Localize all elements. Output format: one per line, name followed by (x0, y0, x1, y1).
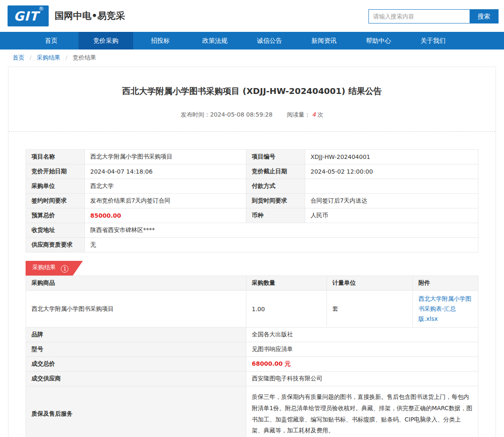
attachment-link[interactable]: 西北大学附属小学图书采购表-汇总版.xlsx (418, 294, 473, 324)
info-label: 采购单位 (26, 179, 85, 194)
views-unit: 次 (317, 111, 323, 118)
article-meta: 发布时间：2024-05-08 08:59:28阅读量：4次 (26, 111, 478, 119)
breadcrumb-home[interactable]: 首页 (13, 54, 24, 61)
registered-trademark-icon: ® (39, 5, 44, 12)
detail-value: 见图书响应清单 (246, 342, 478, 357)
info-value: 陕西省西安市碑林区**** (85, 223, 478, 238)
purchase-result-table: 采购商品 采购数量 计量单位 附件 西北大学附属小学图书采购项目 1.00 套 … (26, 276, 478, 437)
info-value: 西北大学附属小学图书采购项目 (85, 150, 246, 164)
nav-item-policy[interactable]: 政策法规 (188, 32, 242, 49)
info-label: 到货时间要求 (246, 194, 305, 208)
site-logo[interactable]: GIT® (8, 5, 49, 26)
info-value: 2024-04-07 14:18:06 (85, 164, 246, 179)
info-value: 西北大学 (85, 179, 246, 194)
table-row: 签约时间要求 发布竞价结果后7天内签订合同 到货时间要求 合同签订后7天内送达 (26, 194, 478, 208)
column-header: 计量单位 (327, 276, 413, 291)
table-row: 预算总价 85000.00 币种 人民币 (26, 208, 478, 223)
top-header: GIT® 国网中电•易竞采 搜索 (0, 0, 504, 32)
views-count: 4 (312, 111, 316, 118)
info-label: 收货地址 (26, 223, 85, 238)
breadcrumb: 首页 / 采购结果 / 竞价结果 (0, 49, 504, 67)
info-value: 发布竞价结果后7天内签订合同 (85, 194, 246, 208)
product-name: 西北大学附属小学图书采购项目 (26, 291, 246, 328)
tab-purchase-result[interactable]: 采购结果 1 (26, 261, 83, 276)
site-title: 国网中电•易竞采 (55, 10, 125, 22)
views-label: 阅读量： (287, 111, 310, 118)
publish-time-label: 发布时间： (181, 111, 210, 118)
budget-total-value: 85000.00 (85, 208, 246, 223)
info-label: 签约时间要求 (26, 194, 85, 208)
info-value: 无 (85, 238, 478, 252)
publish-time-value: 2024-05-08 08:59:28 (210, 111, 273, 118)
nav-item-home[interactable]: 首页 (24, 32, 78, 49)
info-value: 合同签订后7天内送达 (305, 194, 478, 208)
breadcrumb-current: 竞价结果 (73, 54, 96, 61)
product-quantity: 1.00 (246, 291, 327, 328)
search-button[interactable]: 搜索 (470, 10, 498, 23)
info-label: 付款方式 (246, 179, 305, 194)
table-row: 成交总价 68000.00 元 (26, 357, 478, 372)
info-label: 项目名称 (26, 150, 85, 164)
table-row: 西北大学附属小学图书采购项目 1.00 套 西北大学附属小学图书采购表-汇总版.… (26, 291, 478, 328)
winning-supplier: 西安隆图电子科技有限公司 (246, 372, 478, 386)
result-count-badge: 1 (61, 265, 68, 273)
info-value (305, 179, 478, 194)
warranty-service-text: 质保三年，质保期内有质量问题的图书，直接换新。售后包含图书送货上门，每包内附清单… (246, 386, 478, 437)
info-label: 币种 (246, 208, 305, 223)
project-info-table: 项目名称 西北大学附属小学图书采购项目 项目编号 XDJJ-HW-2024040… (26, 149, 478, 252)
column-header: 采购商品 (26, 276, 246, 291)
column-header: 采购数量 (246, 276, 327, 291)
info-label: 预算总价 (26, 208, 85, 223)
info-label: 竞价开始日期 (26, 164, 85, 179)
product-unit: 套 (327, 291, 413, 328)
detail-label: 质保及售后服务 (26, 386, 246, 437)
nav-item-tender[interactable]: 招投标 (133, 32, 188, 49)
info-label: 供应商资质要求 (26, 238, 85, 252)
search-bar: 搜索 (368, 9, 499, 23)
nav-item-bidding-purchase[interactable]: 竞价采购 (78, 32, 133, 49)
info-label: 项目编号 (246, 150, 305, 164)
announcement-card: 西北大学附属小学图书采购项目 (XDJJ-HW-202404001) 结果公告 … (8, 67, 496, 437)
divider (9, 131, 495, 132)
table-row: 采购单位 西北大学 付款方式 (26, 179, 478, 194)
nav-item-about[interactable]: 关于我们 (406, 32, 460, 49)
table-row: 收货地址 陕西省西安市碑林区**** (26, 223, 478, 238)
search-input[interactable] (369, 10, 470, 23)
table-row: 质保及售后服务 质保三年，质保期内有质量问题的图书，直接换新。售后包含图书送货上… (26, 386, 478, 437)
info-value: 人民币 (305, 208, 478, 223)
breadcrumb-separator: / (29, 54, 31, 61)
nav-item-help[interactable]: 帮助中心 (351, 32, 406, 49)
info-value: 2024-05-02 12:00:00 (305, 164, 478, 179)
nav-item-news[interactable]: 新闻资讯 (297, 32, 351, 49)
detail-label: 型号 (26, 342, 246, 357)
info-label: 竞价截止日期 (246, 164, 305, 179)
table-row: 型号 见图书响应清单 (26, 342, 478, 357)
logo-text: GIT® (13, 9, 42, 23)
main-nav: 首页 竞价采购 招投标 政策法规 诚信公告 新闻资讯 帮助中心 关于我们 (0, 32, 504, 49)
breadcrumb-purchase-results[interactable]: 采购结果 (37, 54, 60, 61)
tab-label: 采购结果 (32, 264, 56, 271)
table-row: 供应商资质要求 无 (26, 238, 478, 252)
detail-label: 品牌 (26, 328, 246, 342)
column-header: 附件 (413, 276, 478, 291)
page-title: 西北大学附属小学图书采购项目 (XDJJ-HW-202404001) 结果公告 (26, 86, 478, 97)
table-row: 品牌 全国各大出版社 (26, 328, 478, 342)
table-row: 项目名称 西北大学附属小学图书采购项目 项目编号 XDJJ-HW-2024040… (26, 150, 478, 164)
detail-value: 全国各大出版社 (246, 328, 478, 342)
info-value: XDJJ-HW-202404001 (305, 150, 478, 164)
detail-label: 成交供应商 (26, 372, 246, 386)
deal-total-price: 68000.00 元 (246, 357, 478, 372)
table-row: 成交供应商 西安隆图电子科技有限公司 (26, 372, 478, 386)
detail-label: 成交总价 (26, 357, 246, 372)
nav-item-integrity[interactable]: 诚信公告 (242, 32, 297, 49)
table-row: 竞价开始日期 2024-04-07 14:18:06 竞价截止日期 2024-0… (26, 164, 478, 179)
breadcrumb-separator: / (65, 54, 68, 61)
table-header-row: 采购商品 采购数量 计量单位 附件 (26, 276, 478, 291)
